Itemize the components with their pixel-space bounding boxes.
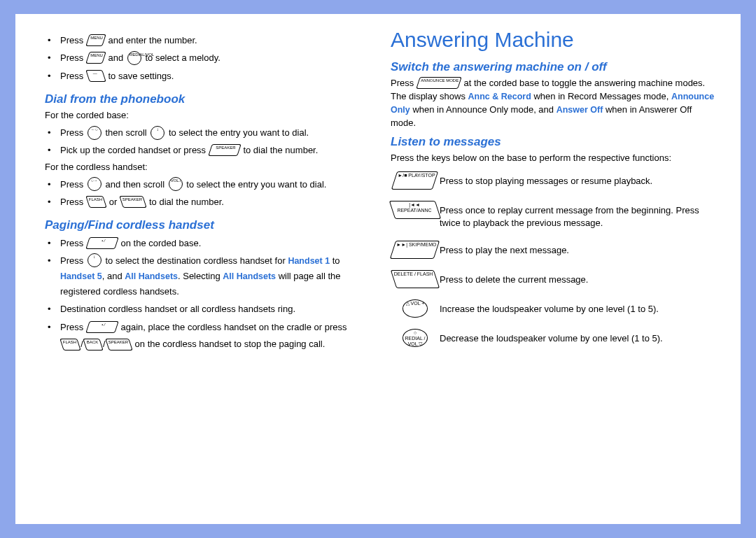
flash-button-icon: FLASH [85, 196, 107, 208]
dial-heading: Dial from the phonebook [45, 92, 365, 106]
text: on the cordless handset to stop the pagi… [135, 339, 326, 349]
text: and enter the number. [108, 35, 197, 45]
vol-up-button-icon: △ VOL + [402, 299, 428, 318]
table-row: ○ REDIAL / VOL ▽ Decrease the loudspeake… [391, 330, 720, 348]
list-item: Press ←○ then scroll ↕ to select the ent… [45, 125, 365, 141]
cordless-intro: For the cordless handset: [45, 161, 365, 174]
top-bullets: Press MENU and enter the number. Press M… [45, 32, 365, 84]
text: on the corded base. [120, 238, 201, 248]
text: Press [60, 179, 83, 190]
scroll-button-icon: ↕ [88, 253, 102, 267]
right-column: Answering Machine Switch the answering m… [382, 32, 720, 510]
text: Press [60, 255, 83, 266]
text: Press [60, 71, 83, 81]
page-button-icon: • ∕ [85, 321, 119, 333]
manual-page: Press MENU and enter the number. Press M… [15, 14, 741, 524]
speaker-button-icon: SPEAKER [208, 144, 241, 156]
list-item: Press ↕ to select the destination cordle… [45, 253, 365, 300]
left-column: Press MENU and enter the number. Press M… [45, 32, 382, 510]
repeat-button-icon: |◄◄ REPEAT/ANNC [389, 201, 441, 219]
text: Press [391, 78, 414, 88]
table-row: ►►| SKIP/MEMO Press to play the next mes… [391, 241, 720, 260]
text: to select a melody. [145, 52, 220, 63]
skip-button-icon: ►►| SKIP/MEMO [390, 241, 440, 259]
separator: / [103, 339, 106, 349]
vol-down-button-icon: ○ REDIAL / VOL ▽ [402, 329, 428, 347]
text: again, place the cordless handset on the… [120, 322, 346, 332]
text: Destination cordless handset or all cord… [60, 304, 295, 314]
list-item: Destination cordless handset or all cord… [45, 301, 365, 317]
text: to [330, 255, 340, 266]
text: or [109, 197, 118, 207]
text: and then scroll [105, 179, 164, 190]
announce-mode-button-icon: ANNOUNCE MODE [416, 77, 462, 89]
text: to dial the number. [243, 145, 318, 155]
paging-heading: Paging/Find cordless handset [45, 218, 365, 232]
corded-intro: For the corded base: [45, 109, 365, 122]
list-item: Press — to save settings. [45, 68, 365, 84]
table-row: ►/■ PLAY/STOP Press to stop playing mess… [391, 172, 720, 190]
text: Press [60, 322, 83, 332]
speaker-button-icon: SPEAKER [119, 196, 147, 208]
keyword: Handset 1 [288, 256, 330, 266]
text: . Selecting [178, 271, 223, 281]
keyword: All Handsets [223, 271, 276, 281]
keyword: Answer Off [556, 105, 603, 115]
list-item: Press MENU and enter the number. [45, 32, 365, 48]
flash-button-icon: FLASH [59, 339, 81, 351]
text: to select the destination cordless hands… [105, 255, 288, 266]
listen-intro: Press the keys below on the base to perf… [391, 152, 720, 165]
cordless-list: Press ○→ and then scroll VOL↕ to select … [45, 176, 365, 211]
list-item: Press • ∕ on the corded base. [45, 235, 365, 251]
listen-heading: Listen to messages [391, 135, 720, 149]
list-item: Press MENU and REDIAL/VOL to select a me… [45, 50, 365, 66]
text: to dial the number. [149, 197, 224, 207]
delete-button-icon: DELETE / FLASH [391, 270, 440, 288]
phonebook-button-icon: ←○ [88, 126, 102, 140]
page-title: Answering Machine [391, 28, 720, 52]
text: Press to play the next message. [440, 241, 569, 257]
list-item: Press • ∕ again, place the cordless hand… [45, 319, 365, 353]
play-stop-button-icon: ►/■ PLAY/STOP [391, 171, 439, 190]
phonebook-button-icon: ○→ [88, 177, 102, 191]
text: Press [60, 52, 83, 63]
text: Press once to replay current message fro… [440, 201, 720, 229]
table-row: △ VOL + Increase the loudspeaker volume … [391, 300, 720, 318]
table-row: DELETE / FLASH Press to delete the curre… [391, 271, 720, 289]
text: when in Announce Only mode, and [410, 104, 556, 115]
list-item: Press FLASH or SPEAKER to dial the numbe… [45, 194, 365, 210]
keyword: Handset 5 [60, 271, 102, 281]
page-button-icon: • ∕ [85, 237, 119, 249]
paging-list: Press • ∕ on the corded base. Press ↕ to… [45, 235, 365, 353]
text: Press [60, 35, 83, 45]
scroll-button-icon: ↕ [150, 126, 164, 140]
keyword: All Handsets [125, 271, 178, 281]
text: and [108, 52, 123, 63]
switch-heading: Switch the answering machine on / off [391, 60, 720, 74]
text: then scroll [105, 127, 146, 138]
text: Press [60, 197, 83, 207]
text: to select the entry you want to dial. [186, 179, 326, 190]
corded-list: Press ←○ then scroll ↕ to select the ent… [45, 125, 365, 159]
switch-paragraph: Press ANNOUNCE MODE at the corded base t… [391, 77, 720, 129]
text: Press [60, 238, 83, 248]
back-button-icon: BACK [83, 339, 104, 351]
text: Press to stop playing messages or resume… [440, 172, 652, 187]
list-item: Press ○→ and then scroll VOL↕ to select … [45, 176, 365, 192]
list-item: Pick up the corded handset or press SPEA… [45, 142, 365, 158]
text: to save settings. [108, 71, 174, 81]
text: when in Record Messages mode, [531, 91, 671, 101]
text: , and [102, 271, 125, 281]
text: to select the entry you want to dial. [169, 127, 309, 138]
table-row: |◄◄ REPEAT/ANNC Press once to replay cur… [391, 201, 720, 229]
menu-button-icon: MENU [85, 52, 106, 64]
text: Increase the loudspeaker volume by one l… [440, 300, 659, 316]
speaker-button-icon: SPEAKER [105, 339, 133, 351]
text: Press [60, 127, 83, 138]
text: Decrease the loudspeaker volume by one l… [440, 330, 663, 345]
keyword: Annc & Record [468, 92, 531, 101]
function-table: ►/■ PLAY/STOP Press to stop playing mess… [391, 172, 720, 347]
save-button-icon: — [85, 70, 106, 82]
text: Press to delete the current message. [440, 271, 588, 286]
redial-button-icon: REDIAL/VOL [127, 51, 141, 65]
